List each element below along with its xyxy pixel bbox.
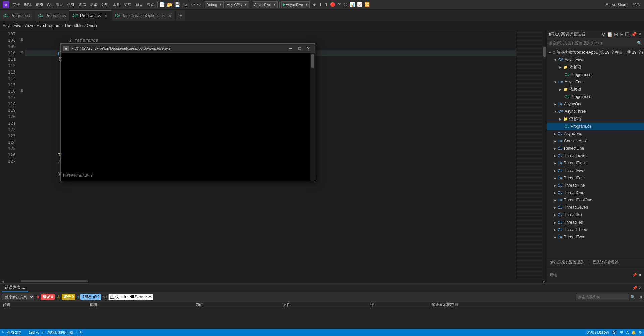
- threadten-expand[interactable]: ▶: [554, 221, 556, 224]
- tree-threadten[interactable]: ▶ C# ThreadTen: [547, 219, 644, 226]
- close-bottom-icon[interactable]: ✕: [639, 286, 642, 290]
- properties-close-icon[interactable]: ✕: [638, 273, 641, 277]
- threadfour-expand[interactable]: ▶: [554, 176, 556, 180]
- tab-program3[interactable]: C# Program.cs ✕: [69, 10, 112, 21]
- error-badge[interactable]: 错误 0: [41, 294, 55, 300]
- toolbar-open-icon[interactable]: 📂: [166, 2, 173, 7]
- tab-extra-menu[interactable]: ≫: [176, 10, 185, 21]
- tree-asyncone[interactable]: ▶ C# AsyncOne: [547, 100, 644, 108]
- collapse-108[interactable]: ⊟: [20, 38, 23, 41]
- toolbar-new-icon[interactable]: 📄: [159, 2, 166, 7]
- build-filter-dropdown[interactable]: 生成 + IntelliSense: [108, 294, 153, 300]
- horizontal-scrollbar[interactable]: ◀ ▶: [0, 279, 547, 283]
- error-list-tab[interactable]: 错误列表 ...: [2, 284, 28, 292]
- filter-icon[interactable]: ⊞: [614, 32, 618, 37]
- toolbar-thread[interactable]: 🔀: [364, 2, 370, 7]
- collapse-110[interactable]: ⊟: [20, 50, 23, 54]
- collapse-all-icon[interactable]: ⊟: [620, 32, 624, 37]
- asyncfour-expand[interactable]: ▼: [554, 80, 557, 84]
- tree-asynctwo[interactable]: ▶ C# AsyncTwo: [547, 130, 644, 137]
- start-dropdown[interactable]: ▶ AsyncFive ▼: [281, 1, 310, 8]
- asyncfour-deps-expand[interactable]: ▶: [559, 88, 562, 91]
- col-project[interactable]: 项目: [194, 302, 280, 308]
- tree-asyncfive[interactable]: ▼ C# AsyncFive: [547, 56, 644, 63]
- tree-threadnine[interactable]: ▶ C# ThreadNine: [547, 182, 644, 189]
- tree-asyncfive-deps[interactable]: ▶ 📁 依赖项: [547, 63, 644, 71]
- info-badge[interactable]: 7消息 的 0: [80, 294, 101, 300]
- menu-window[interactable]: 窗口: [133, 1, 145, 8]
- threadtwo-expand[interactable]: ▶: [554, 235, 556, 239]
- console-maximize[interactable]: □: [296, 46, 304, 51]
- warning-badge[interactable]: 警告 0: [62, 294, 75, 300]
- tab-program1[interactable]: C# Program.cs: [0, 10, 35, 21]
- scroll-thumb[interactable]: [21, 280, 88, 282]
- asyncone-expand[interactable]: ▶: [554, 102, 556, 106]
- search-icon-right[interactable]: 🔍: [630, 295, 635, 299]
- consoleapp1-expand[interactable]: ▶: [554, 139, 556, 143]
- tree-consoleapp1[interactable]: ▶ C# ConsoleApp1: [547, 137, 644, 145]
- tree-threadone[interactable]: ▶ C# ThreadOne: [547, 189, 644, 196]
- console-body[interactable]: 搜狗拼音输入法 全: [61, 53, 315, 181]
- tab-program2[interactable]: C# Program.cs: [35, 10, 70, 21]
- tree-threadeeven[interactable]: ▶ C# Threadeeven: [547, 152, 644, 159]
- menu-view[interactable]: 视图: [34, 1, 45, 8]
- search-icon[interactable]: 🔍: [637, 41, 642, 45]
- menu-analyze[interactable]: 分析: [99, 1, 111, 8]
- toolbar-watch[interactable]: 👁: [337, 2, 342, 7]
- tree-threadfive[interactable]: ▶ C# ThreadFive: [547, 167, 644, 174]
- tree-threadseven[interactable]: ▶ C# ThreadSeven: [547, 204, 644, 211]
- solution-explorer-tab[interactable]: 解决方案资源管理器: [549, 259, 585, 266]
- col-code[interactable]: 代码: [0, 302, 87, 308]
- tree-threadsix[interactable]: ▶ C# ThreadSix: [547, 211, 644, 219]
- console-close[interactable]: ✕: [304, 46, 312, 51]
- menu-git[interactable]: Git: [45, 2, 54, 7]
- toolbar-step-in[interactable]: ⬇: [318, 2, 323, 7]
- asyncthree-deps-expand[interactable]: ▶: [559, 117, 562, 121]
- toolbar-mem[interactable]: 📊: [349, 2, 356, 7]
- debug-mode-dropdown[interactable]: Debug ▼: [205, 1, 224, 8]
- tree-reflectone[interactable]: ▶ C# ReflectOne: [547, 145, 644, 152]
- settings-status-icon[interactable]: ⚙: [639, 330, 642, 335]
- add-to-source[interactable]: 添加到源代码: [587, 330, 609, 335]
- menu-debug[interactable]: 调试: [76, 1, 88, 8]
- tree-threadtwo[interactable]: ▶ C# ThreadTwo: [547, 233, 644, 241]
- tree-asyncthree-deps[interactable]: ▶ 📁 依赖项: [547, 115, 644, 123]
- tree-asyncthree-program[interactable]: C# Program.cs: [547, 123, 644, 130]
- sync-icon[interactable]: ↺: [602, 32, 606, 37]
- tab-taskcreationoptions[interactable]: C# TaskCreationOptions.cs ✕: [112, 10, 176, 21]
- collapse-116[interactable]: ⊟: [20, 89, 23, 92]
- threadnine-expand[interactable]: ▶: [554, 184, 556, 187]
- threadone-expand[interactable]: ▶: [554, 191, 556, 195]
- threadseven-expand[interactable]: ▶: [554, 206, 556, 209]
- language-icon[interactable]: 中: [620, 330, 624, 335]
- threadpoolone-expand[interactable]: ▶: [554, 198, 556, 202]
- filter-results-icon[interactable]: ⊞: [639, 295, 642, 299]
- keyboard-icon[interactable]: A: [626, 330, 629, 334]
- vs-logo[interactable]: V: [1, 1, 11, 9]
- scroll-right-arrow[interactable]: ▶: [543, 280, 545, 283]
- menu-extensions[interactable]: 扩展: [122, 1, 133, 8]
- toolbar-undo-icon[interactable]: ↩: [190, 2, 196, 7]
- tab-close-4[interactable]: ✕: [168, 13, 172, 18]
- reflectone-expand[interactable]: ▶: [554, 147, 556, 150]
- console-minimize[interactable]: ─: [287, 46, 295, 51]
- toolbar-breakpoints[interactable]: 🔴: [329, 2, 336, 7]
- tab-close-3[interactable]: ✕: [104, 13, 108, 18]
- toolbar-redo-icon[interactable]: ↪: [196, 2, 202, 7]
- solution-expand-icon[interactable]: ▼: [548, 51, 552, 54]
- team-explorer-tab[interactable]: 团队资源管理器: [591, 259, 620, 266]
- pin-bottom-icon[interactable]: 📌: [632, 286, 637, 290]
- tree-asyncfour-program[interactable]: C# Program.cs: [547, 93, 644, 100]
- menu-build[interactable]: 生成: [65, 1, 76, 8]
- toolbar-saveall-icon[interactable]: 🗂: [182, 2, 188, 7]
- threadeight-expand[interactable]: ▶: [554, 161, 556, 165]
- solution-root[interactable]: ▼ □ 解决方案'ConsoleApp1'(第 19 个项目，共 19 个): [547, 49, 644, 56]
- col-suppress[interactable]: 禁止显示状态 ⊟: [429, 302, 644, 308]
- properties-pin-icon[interactable]: 📌: [632, 273, 637, 277]
- deps-expand[interactable]: ▶: [559, 65, 562, 69]
- menu-tools[interactable]: 工具: [111, 1, 122, 8]
- notifications-icon[interactable]: 🔔: [631, 330, 636, 335]
- vertical-scrollbar[interactable]: [543, 30, 547, 279]
- col-desc[interactable]: 说明 ↕: [87, 302, 193, 308]
- tree-threadpoolone[interactable]: ▶ C# ThreadPoolOne: [547, 196, 644, 204]
